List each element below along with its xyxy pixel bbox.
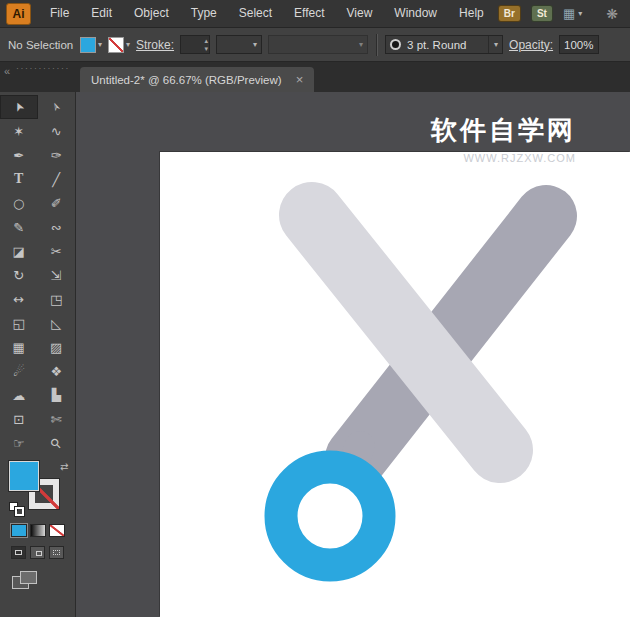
menu-effect[interactable]: Effect bbox=[283, 0, 335, 27]
paintbrush-tool[interactable]: ✐ bbox=[38, 191, 76, 215]
pencil-tool[interactable]: ✎ bbox=[0, 215, 38, 239]
opacity-label[interactable]: Opacity: bbox=[509, 38, 553, 52]
mesh-tool-icon: ▦ bbox=[13, 341, 25, 354]
line-segment-tool[interactable]: ╱ bbox=[38, 167, 76, 191]
document-tab[interactable]: Untitled-2* @ 66.67% (RGB/Preview) × bbox=[80, 67, 314, 92]
shape-builder-tool[interactable]: ◱ bbox=[0, 311, 38, 335]
menu-select[interactable]: Select bbox=[228, 0, 283, 27]
workspace-switcher[interactable]: ▦ ▾ bbox=[563, 6, 582, 21]
line-segment-tool-icon: ╱ bbox=[52, 173, 60, 186]
rotate-tool[interactable]: ↻ bbox=[0, 263, 38, 287]
stock-button[interactable]: St bbox=[531, 5, 553, 22]
brush-definition-dropdown[interactable]: 3 pt. Round ▾ bbox=[385, 35, 503, 54]
eyedropper-tool[interactable]: ☄ bbox=[0, 359, 38, 383]
artboard-tool[interactable]: ⊡ bbox=[0, 407, 38, 431]
fill-indicator[interactable] bbox=[9, 461, 39, 491]
lasso-tool-icon: ∿ bbox=[51, 125, 62, 138]
direct-selection-tool[interactable]: ➢ bbox=[38, 95, 76, 119]
bridge-button[interactable]: Br bbox=[498, 5, 521, 22]
variable-width-profile-dropdown[interactable]: ▾ bbox=[268, 35, 368, 54]
chevron-down-icon[interactable]: ▾ bbox=[126, 41, 130, 49]
magic-wand-tool[interactable]: ✶ bbox=[0, 119, 38, 143]
zoom-tool[interactable]: ⚲ bbox=[38, 431, 76, 455]
column-graph-tool[interactable]: ▙ bbox=[38, 383, 76, 407]
menu-bar: Ai File Edit Object Type Select Effect V… bbox=[0, 0, 630, 28]
swap-fill-stroke-icon[interactable]: ⇄ bbox=[60, 461, 68, 472]
tools-panel: ➤ ➢ ✶ ∿ ✒ ✑ T ╱ ○ ✐ ✎ ∾ ◪ ✂ ↻ ⇲ ↔ ◳ ◱ ◺ … bbox=[0, 92, 76, 617]
stroke-weight-dropdown[interactable]: ▾ bbox=[216, 35, 262, 54]
curvature-tool[interactable]: ✑ bbox=[38, 143, 76, 167]
fill-color-picker[interactable]: ▾ bbox=[80, 37, 102, 53]
eraser-tool-icon: ◪ bbox=[13, 245, 25, 258]
menu-type[interactable]: Type bbox=[180, 0, 228, 27]
draw-normal-button[interactable] bbox=[11, 546, 26, 559]
chevron-down-icon: ▾ bbox=[359, 41, 363, 49]
stroke-color-picker[interactable]: ▾ bbox=[108, 37, 130, 53]
free-transform-tool-icon: ◳ bbox=[50, 293, 62, 306]
gradient-tool[interactable]: ▨ bbox=[38, 335, 76, 359]
symbol-sprayer-tool[interactable]: ☁ bbox=[0, 383, 38, 407]
opacity-input[interactable]: 100% bbox=[559, 35, 599, 54]
blend-tool[interactable]: ❖ bbox=[38, 359, 76, 383]
color-button[interactable] bbox=[11, 524, 27, 537]
brush-preview-icon bbox=[392, 41, 399, 48]
lasso-tool[interactable]: ∿ bbox=[38, 119, 76, 143]
separator bbox=[376, 34, 377, 56]
ellipse-tool[interactable]: ○ bbox=[0, 191, 38, 215]
shaper-tool[interactable]: ∾ bbox=[38, 215, 76, 239]
selection-tool[interactable]: ➤ bbox=[0, 95, 38, 119]
free-transform-tool[interactable]: ◳ bbox=[38, 287, 76, 311]
mesh-tool[interactable]: ▦ bbox=[0, 335, 38, 359]
scale-tool[interactable]: ⇲ bbox=[38, 263, 76, 287]
step-up-icon[interactable]: ▴ bbox=[205, 37, 209, 45]
pen-tool-icon: ✒ bbox=[13, 149, 24, 162]
gradient-tool-icon: ▨ bbox=[50, 341, 62, 354]
collapse-panel-icon[interactable]: « bbox=[4, 65, 10, 77]
scissors-tool[interactable]: ✂ bbox=[38, 239, 76, 263]
fill-swatch[interactable] bbox=[80, 37, 96, 53]
menubar-right: Br St ▦ ▾ ❋ bbox=[498, 5, 630, 22]
draw-mode-row bbox=[0, 546, 75, 559]
app-logo[interactable]: Ai bbox=[6, 3, 31, 25]
tab-bar: « ∙∙∙∙∙∙∙∙∙∙∙∙ Untitled-2* @ 66.67% (RGB… bbox=[0, 62, 630, 92]
stroke-weight-stepper[interactable]: ▴ ▾ bbox=[180, 35, 210, 54]
close-tab-icon[interactable]: × bbox=[296, 73, 304, 86]
menu-edit[interactable]: Edit bbox=[80, 0, 123, 27]
width-tool[interactable]: ↔ bbox=[0, 287, 38, 311]
scissors-tool-icon: ✂ bbox=[51, 245, 62, 258]
type-tool[interactable]: T bbox=[0, 167, 38, 191]
artboard[interactable] bbox=[160, 152, 630, 617]
chevron-down-icon: ▾ bbox=[253, 41, 257, 49]
stroke-swatch[interactable] bbox=[108, 37, 124, 53]
eraser-tool[interactable]: ◪ bbox=[0, 239, 38, 263]
sync-icon[interactable]: ❋ bbox=[606, 6, 618, 22]
canvas[interactable]: 软件自学网 WWW.RJZXW.COM bbox=[76, 92, 630, 617]
stroke-label[interactable]: Stroke: bbox=[136, 38, 174, 52]
hand-tool[interactable]: ☞ bbox=[0, 431, 38, 455]
menu-object[interactable]: Object bbox=[123, 0, 180, 27]
fill-stroke-control: ⇄ bbox=[7, 461, 69, 517]
main-menus: File Edit Object Type Select Effect View… bbox=[39, 0, 495, 27]
screen-mode-button[interactable] bbox=[12, 571, 40, 593]
watermark-title: 软件自学网 bbox=[431, 113, 576, 148]
pen-tool[interactable]: ✒ bbox=[0, 143, 38, 167]
none-button[interactable] bbox=[49, 524, 65, 537]
slice-tool[interactable]: ✄ bbox=[38, 407, 76, 431]
menu-view[interactable]: View bbox=[336, 0, 384, 27]
menu-help[interactable]: Help bbox=[448, 0, 495, 27]
slice-tool-icon: ✄ bbox=[51, 413, 62, 426]
gradient-button[interactable] bbox=[30, 524, 46, 537]
default-fill-stroke-icon[interactable] bbox=[9, 502, 27, 517]
selection-tool-icon: ➤ bbox=[11, 100, 26, 114]
step-down-icon[interactable]: ▾ bbox=[205, 45, 209, 53]
symbol-sprayer-tool-icon: ☁ bbox=[12, 389, 25, 402]
brush-name: 3 pt. Round bbox=[407, 39, 466, 51]
menu-file[interactable]: File bbox=[39, 0, 80, 27]
chevron-down-icon[interactable]: ▾ bbox=[98, 41, 102, 49]
toolbar-grip[interactable]: « ∙∙∙∙∙∙∙∙∙∙∙∙ bbox=[0, 62, 80, 92]
draw-inside-button[interactable] bbox=[49, 546, 64, 559]
perspective-grid-tool[interactable]: ◺ bbox=[38, 311, 76, 335]
chevron-down-icon[interactable]: ▾ bbox=[488, 36, 498, 53]
draw-behind-button[interactable] bbox=[30, 546, 45, 559]
menu-window[interactable]: Window bbox=[383, 0, 448, 27]
